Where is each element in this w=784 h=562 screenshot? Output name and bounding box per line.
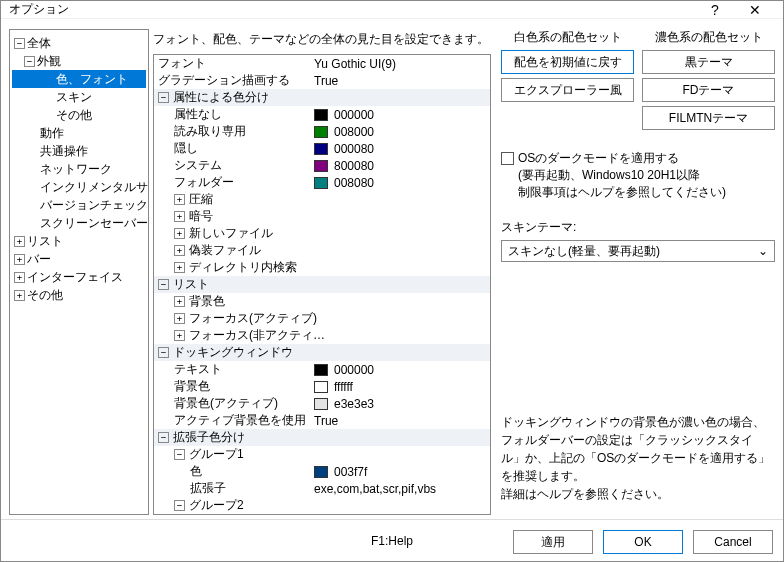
explorer-style-button[interactable]: エクスプローラー風 xyxy=(501,78,634,102)
help-text: F1:Help xyxy=(371,534,413,548)
collapse-icon[interactable]: − xyxy=(174,449,185,460)
prop-key: システム xyxy=(154,157,314,174)
category[interactable]: 属性による色分け xyxy=(173,89,269,106)
prop-val[interactable]: Yu Gothic UI(9) xyxy=(314,57,490,71)
collapse-icon[interactable]: − xyxy=(24,56,35,67)
prop-val[interactable]: 003f7f xyxy=(334,465,367,479)
apply-button[interactable]: 適用 xyxy=(513,530,593,554)
collapse-icon[interactable]: − xyxy=(158,347,169,358)
prop-key: 属性なし xyxy=(154,106,314,123)
prop-val[interactable]: 800080 xyxy=(334,159,374,173)
ok-button[interactable]: OK xyxy=(603,530,683,554)
color-swatch[interactable] xyxy=(314,177,328,189)
close-icon[interactable]: ✕ xyxy=(735,2,775,18)
prop-val[interactable]: exe,com,bat,scr,pif,vbs xyxy=(314,482,490,496)
prop-val[interactable]: 000000 xyxy=(334,108,374,122)
tree-item[interactable]: 外観 xyxy=(37,54,61,68)
tree-item[interactable]: その他 xyxy=(12,106,146,124)
tree-item-selected[interactable]: 色、フォント xyxy=(12,70,146,88)
expand-icon[interactable]: + xyxy=(174,330,185,341)
prop-key[interactable]: 偽装ファイル xyxy=(189,242,261,259)
prop-key: フォント xyxy=(154,55,314,72)
light-set-header: 白色系の配色セット xyxy=(501,29,634,46)
docking-note: ドッキングウィンドウの背景色が濃い色の場合、フォルダーバーの設定は「クラッシック… xyxy=(501,413,775,503)
tree-item[interactable]: 全体 xyxy=(27,36,51,50)
tree-item[interactable]: インクリメンタルサー… xyxy=(12,178,146,196)
chevron-down-icon: ⌄ xyxy=(758,244,768,258)
expand-icon[interactable]: + xyxy=(174,211,185,222)
prop-key[interactable]: グループ2 xyxy=(189,497,244,514)
black-theme-button[interactable]: 黒テーマ xyxy=(642,50,775,74)
expand-icon[interactable]: + xyxy=(14,272,25,283)
filmtn-theme-button[interactable]: FILMTNテーマ xyxy=(642,106,775,130)
color-swatch[interactable] xyxy=(314,126,328,138)
tree-item[interactable]: バー xyxy=(27,252,51,266)
collapse-icon[interactable]: − xyxy=(14,38,25,49)
skin-select[interactable]: スキンなし(軽量、要再起動) ⌄ xyxy=(501,240,775,262)
color-swatch[interactable] xyxy=(314,381,328,393)
collapse-icon[interactable]: − xyxy=(174,500,185,511)
category-tree[interactable]: −全体 −外観 色、フォント スキン その他 動作 共通操作 ネットワーク イン… xyxy=(9,29,149,515)
prop-key: 隠し xyxy=(154,140,314,157)
collapse-icon[interactable]: − xyxy=(158,92,169,103)
darkmode-checkbox[interactable] xyxy=(501,152,514,165)
prop-key[interactable]: フォーカス(アクティブ) xyxy=(189,310,317,327)
property-grid[interactable]: フォントYu Gothic UI(9) グラデーション描画するTrue −属性に… xyxy=(153,54,491,515)
dark-set-header: 濃色系の配色セット xyxy=(642,29,775,46)
prop-val[interactable]: 000080 xyxy=(334,142,374,156)
prop-val[interactable]: True xyxy=(314,74,490,88)
prop-val[interactable]: 000000 xyxy=(334,363,374,377)
expand-icon[interactable]: + xyxy=(14,290,25,301)
expand-icon[interactable]: + xyxy=(174,296,185,307)
prop-val[interactable]: ffffff xyxy=(334,380,353,394)
prop-key[interactable]: 暗号 xyxy=(189,208,213,225)
tree-item[interactable]: ネットワーク xyxy=(12,160,146,178)
tree-item[interactable]: スクリーンセーバー xyxy=(12,214,146,232)
color-swatch[interactable] xyxy=(314,466,328,478)
collapse-icon[interactable]: − xyxy=(158,432,169,443)
expand-icon[interactable]: + xyxy=(174,245,185,256)
prop-key[interactable]: フォーカス(非アクティ… xyxy=(189,327,325,344)
color-swatch[interactable] xyxy=(314,160,328,172)
prop-key[interactable]: 新しいファイル xyxy=(189,225,273,242)
prop-val[interactable]: True xyxy=(314,414,490,428)
collapse-icon[interactable]: − xyxy=(158,279,169,290)
color-swatch[interactable] xyxy=(314,398,328,410)
prop-key: アクティブ背景色を使用 xyxy=(154,412,314,429)
prop-key[interactable]: 圧縮 xyxy=(189,191,213,208)
category[interactable]: リスト xyxy=(173,276,209,293)
tree-item[interactable]: リスト xyxy=(27,234,63,248)
tree-item[interactable]: バージョンチェック xyxy=(12,196,146,214)
prop-val[interactable]: 008080 xyxy=(334,176,374,190)
fd-theme-button[interactable]: FDテーマ xyxy=(642,78,775,102)
category[interactable]: 拡張子色分け xyxy=(173,429,245,446)
expand-icon[interactable]: + xyxy=(174,262,185,273)
tree-item[interactable]: スキン xyxy=(12,88,146,106)
tree-item[interactable]: インターフェイス xyxy=(27,270,123,284)
color-swatch[interactable] xyxy=(314,143,328,155)
tree-item[interactable]: その他 xyxy=(27,288,63,302)
prop-key: グラデーション描画する xyxy=(154,72,314,89)
prop-key[interactable]: 背景色 xyxy=(189,293,225,310)
cancel-button[interactable]: Cancel xyxy=(693,530,773,554)
category[interactable]: ドッキングウィンドウ xyxy=(173,344,293,361)
expand-icon[interactable]: + xyxy=(14,254,25,265)
prop-val[interactable]: e3e3e3 xyxy=(334,397,374,411)
skin-label: スキンテーマ: xyxy=(501,219,775,236)
expand-icon[interactable]: + xyxy=(174,194,185,205)
expand-icon[interactable]: + xyxy=(174,313,185,324)
expand-icon[interactable]: + xyxy=(14,236,25,247)
color-swatch[interactable] xyxy=(314,364,328,376)
color-swatch[interactable] xyxy=(314,109,328,121)
prop-key[interactable]: グループ1 xyxy=(189,446,244,463)
prop-val[interactable]: 008000 xyxy=(334,125,374,139)
titlebar: オプション ? ✕ xyxy=(1,1,783,19)
prop-key: テキスト xyxy=(154,361,314,378)
tree-item[interactable]: 動作 xyxy=(12,124,146,142)
prop-key[interactable]: ディレクトリ内検索 xyxy=(189,259,297,276)
tree-item[interactable]: 共通操作 xyxy=(12,142,146,160)
expand-icon[interactable]: + xyxy=(174,228,185,239)
options-dialog: オプション ? ✕ −全体 −外観 色、フォント スキン その他 動作 共通操作… xyxy=(0,0,784,562)
reset-colors-button[interactable]: 配色を初期値に戻す xyxy=(501,50,634,74)
help-icon[interactable]: ? xyxy=(695,2,735,18)
